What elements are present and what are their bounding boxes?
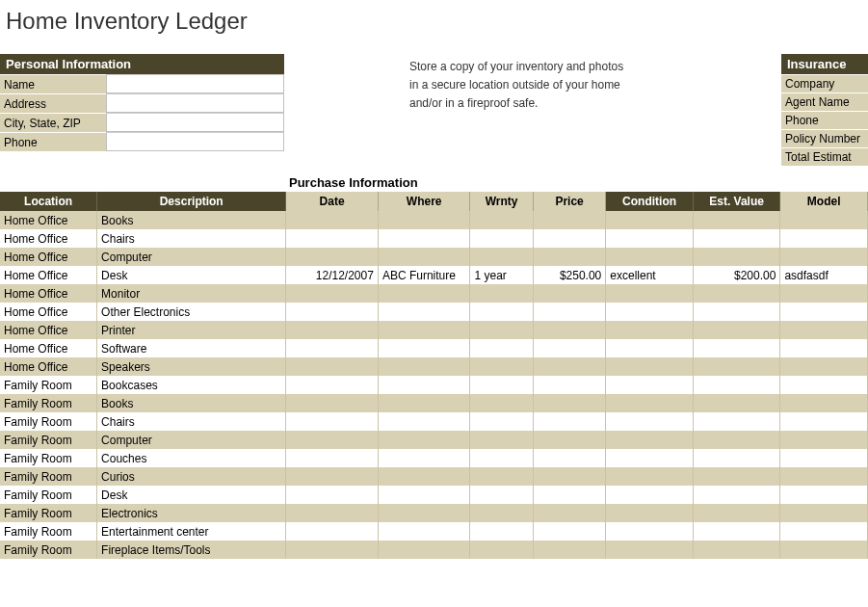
cell-location[interactable]: Family Room xyxy=(0,449,97,467)
cell-wrnty[interactable] xyxy=(470,449,533,467)
cell-condition[interactable] xyxy=(606,522,694,541)
cell-description[interactable]: Desk xyxy=(97,266,286,284)
cell-est_value[interactable] xyxy=(693,229,780,248)
cell-location[interactable]: Home Office xyxy=(0,266,97,284)
cell-price[interactable] xyxy=(533,339,605,357)
cell-date[interactable] xyxy=(286,284,379,303)
cell-description[interactable]: Couches xyxy=(97,449,286,467)
cell-description[interactable]: Entertainment center xyxy=(97,522,286,541)
cell-description[interactable]: Electronics xyxy=(97,504,286,522)
cell-where[interactable] xyxy=(378,376,470,394)
cell-est_value[interactable] xyxy=(693,321,780,339)
cell-date[interactable] xyxy=(286,376,379,394)
cell-date[interactable] xyxy=(286,541,379,559)
cell-where[interactable] xyxy=(378,394,470,412)
cell-description[interactable]: Books xyxy=(97,211,286,229)
cell-wrnty[interactable] xyxy=(470,229,533,248)
cell-wrnty[interactable] xyxy=(470,321,533,339)
cell-location[interactable]: Home Office xyxy=(0,211,97,229)
cell-condition[interactable] xyxy=(606,541,694,559)
cell-condition[interactable] xyxy=(606,339,694,357)
cell-model[interactable] xyxy=(780,394,868,412)
cell-where[interactable] xyxy=(378,229,470,248)
cell-location[interactable]: Family Room xyxy=(0,541,97,559)
cell-est_value[interactable]: $200.00 xyxy=(693,266,780,284)
cell-date[interactable] xyxy=(286,229,379,248)
cell-condition[interactable]: excellent xyxy=(606,266,694,284)
cell-date[interactable] xyxy=(286,522,379,541)
cell-condition[interactable] xyxy=(606,504,694,522)
cell-location[interactable]: Family Room xyxy=(0,394,97,412)
cell-where[interactable] xyxy=(378,504,470,522)
cell-date[interactable] xyxy=(286,412,379,431)
cell-description[interactable]: Books xyxy=(97,394,286,412)
cell-condition[interactable] xyxy=(606,412,694,431)
cell-price[interactable] xyxy=(533,449,605,467)
cell-date[interactable] xyxy=(286,394,379,412)
cell-where[interactable] xyxy=(378,303,470,321)
cell-location[interactable]: Family Room xyxy=(0,376,97,394)
input-address[interactable] xyxy=(106,93,284,113)
cell-description[interactable]: Fireplace Items/Tools xyxy=(97,541,286,559)
cell-est_value[interactable] xyxy=(693,449,780,467)
cell-description[interactable]: Monitor xyxy=(97,284,286,303)
cell-wrnty[interactable] xyxy=(470,467,533,486)
cell-where[interactable] xyxy=(378,211,470,229)
cell-wrnty[interactable] xyxy=(470,339,533,357)
cell-price[interactable]: $250.00 xyxy=(533,266,605,284)
cell-where[interactable] xyxy=(378,339,470,357)
cell-model[interactable] xyxy=(780,357,868,376)
input-phone[interactable] xyxy=(106,132,284,151)
cell-where[interactable] xyxy=(378,431,470,449)
cell-wrnty[interactable] xyxy=(470,504,533,522)
cell-price[interactable] xyxy=(533,284,605,303)
cell-wrnty[interactable] xyxy=(470,357,533,376)
cell-model[interactable] xyxy=(780,412,868,431)
cell-price[interactable] xyxy=(533,522,605,541)
cell-condition[interactable] xyxy=(606,357,694,376)
cell-condition[interactable] xyxy=(606,394,694,412)
cell-price[interactable] xyxy=(533,504,605,522)
cell-date[interactable] xyxy=(286,339,379,357)
cell-date[interactable] xyxy=(286,467,379,486)
cell-location[interactable]: Home Office xyxy=(0,357,97,376)
cell-where[interactable] xyxy=(378,467,470,486)
cell-location[interactable]: Home Office xyxy=(0,284,97,303)
cell-condition[interactable] xyxy=(606,229,694,248)
cell-model[interactable] xyxy=(780,339,868,357)
cell-price[interactable] xyxy=(533,211,605,229)
cell-est_value[interactable] xyxy=(693,394,780,412)
cell-model[interactable] xyxy=(780,541,868,559)
cell-date[interactable] xyxy=(286,321,379,339)
cell-where[interactable] xyxy=(378,486,470,504)
cell-model[interactable] xyxy=(780,229,868,248)
cell-wrnty[interactable] xyxy=(470,486,533,504)
cell-wrnty[interactable] xyxy=(470,522,533,541)
cell-date[interactable] xyxy=(286,303,379,321)
cell-price[interactable] xyxy=(533,357,605,376)
cell-est_value[interactable] xyxy=(693,412,780,431)
cell-date[interactable]: 12/12/2007 xyxy=(286,266,379,284)
cell-est_value[interactable] xyxy=(693,541,780,559)
cell-wrnty[interactable] xyxy=(470,303,533,321)
cell-model[interactable] xyxy=(780,303,868,321)
cell-date[interactable] xyxy=(286,248,379,266)
cell-description[interactable]: Speakers xyxy=(97,357,286,376)
cell-model[interactable]: asdfasdf xyxy=(780,266,868,284)
cell-where[interactable] xyxy=(378,248,470,266)
cell-wrnty[interactable] xyxy=(470,394,533,412)
cell-price[interactable] xyxy=(533,376,605,394)
cell-where[interactable]: ABC Furniture xyxy=(378,266,470,284)
cell-condition[interactable] xyxy=(606,303,694,321)
cell-est_value[interactable] xyxy=(693,522,780,541)
cell-model[interactable] xyxy=(780,467,868,486)
cell-wrnty[interactable] xyxy=(470,541,533,559)
cell-description[interactable]: Printer xyxy=(97,321,286,339)
cell-condition[interactable] xyxy=(606,449,694,467)
cell-location[interactable]: Family Room xyxy=(0,504,97,522)
cell-date[interactable] xyxy=(286,211,379,229)
cell-description[interactable]: Computer xyxy=(97,248,286,266)
cell-description[interactable]: Chairs xyxy=(97,412,286,431)
cell-model[interactable] xyxy=(780,376,868,394)
cell-where[interactable] xyxy=(378,284,470,303)
